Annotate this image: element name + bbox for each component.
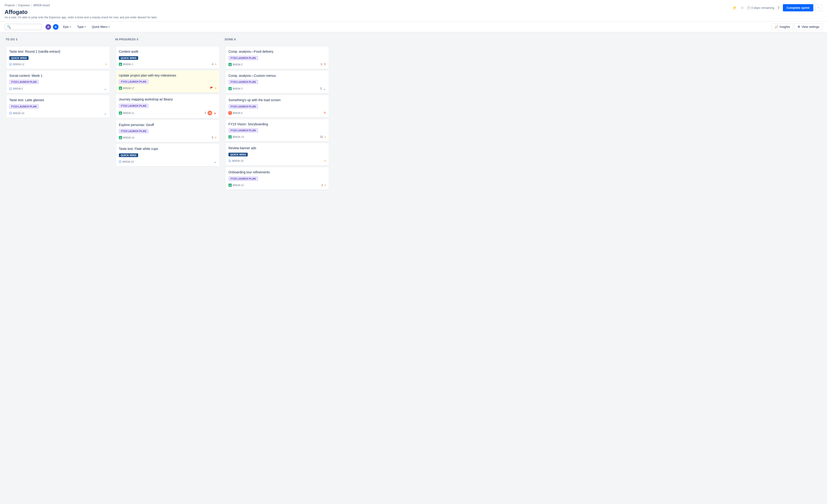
card-tag: FY23 LAUNCH PLAN	[229, 177, 258, 181]
card-footer: ▲BREW-105≡	[119, 136, 216, 139]
epic-filter-button[interactable]: Epic ▾	[61, 24, 73, 30]
card-footer: ✕BREW-4⇈	[229, 111, 326, 115]
priority-high-icon: ▲	[213, 111, 216, 115]
card-brew-10[interactable]: Explore personas: GeoffFY23 LAUNCH PLAN▲…	[116, 120, 219, 142]
type-filter-button[interactable]: Type ▾	[75, 24, 88, 30]
card-footer: ☑BREW-22⌄	[119, 160, 216, 164]
card-meta: ⇈	[324, 111, 326, 115]
priority-medium-icon: ≡	[324, 159, 326, 162]
search-box[interactable]: 🔍	[5, 24, 42, 30]
timer-area: 🕐 0 days remaining	[747, 6, 774, 9]
card-brew-20[interactable]: Review banner adsQUICK WINS☑BREW-20≡	[226, 143, 329, 165]
epic-filter-label: Epic	[63, 25, 69, 29]
card-title: Journey mapping workshop w/ Beanz	[119, 97, 216, 102]
card-id-area: ▲BREW-11	[119, 111, 135, 115]
card-brew-id: BREW-17	[123, 87, 135, 90]
check-icon: ☑	[119, 160, 121, 163]
avatar-group: A B	[45, 24, 59, 30]
column-header-todo: TO DO 3	[5, 36, 111, 43]
priority-medium-icon: ≡	[105, 63, 107, 66]
card-meta: 5JB▲	[204, 111, 216, 115]
card-id-area: ▲BREW-10	[119, 136, 135, 139]
expand-icon[interactable]: ⌄	[323, 87, 326, 91]
card-brew-5[interactable]: Social content: Week 1FY23 LAUNCH PLAN☑B…	[6, 71, 110, 94]
expand-icon[interactable]: ⌄	[104, 87, 107, 91]
card-tag: QUICK WINS	[119, 153, 138, 157]
card-id-area: ▲BREW-3	[229, 87, 243, 90]
card-brew-21[interactable]: Onboarding tour refinementsFY23 LAUNCH P…	[226, 167, 329, 190]
clock-icon: 🕐	[747, 6, 750, 9]
card-id-area: ☑BREW-20	[229, 159, 244, 163]
breadcrumb-espresso[interactable]: Espresso	[18, 4, 30, 7]
quick-filters-chevron-icon: ▾	[108, 26, 110, 28]
flag-icon: 🚩	[210, 87, 213, 90]
card-brew-22[interactable]: Taste test: Flate white cupsQUICK WINS☑B…	[116, 144, 219, 166]
story-icon: ▲	[229, 87, 232, 90]
card-brew-12[interactable]: Taste test: Round 1 (vanilla extract)QUI…	[6, 47, 110, 69]
check-icon: ☑	[9, 87, 12, 91]
card-footer: ☑BREW-12≡	[9, 63, 107, 66]
card-points: 10	[320, 135, 323, 139]
card-title: Something's up with the load screen	[229, 98, 326, 103]
lightning-button[interactable]: ⚡	[731, 5, 738, 11]
card-brew-23[interactable]: Taste test: Latte glassesFY23 LAUNCH PLA…	[6, 95, 110, 118]
card-points: 4	[212, 63, 213, 66]
expand-icon[interactable]: ⌄	[213, 160, 216, 164]
days-remaining: 0 days remaining	[751, 6, 774, 9]
star-button[interactable]: ☆	[740, 5, 745, 11]
card-footer: ▲BREW-17🚩≡	[119, 87, 216, 90]
card-brew-17[interactable]: Update project plan with key milestonesF…	[116, 70, 219, 93]
card-id-area: ▲BREW-14	[229, 135, 244, 139]
more-options-button[interactable]: ···	[815, 5, 822, 11]
search-input[interactable]	[11, 25, 40, 29]
card-tag: QUICK WINS	[119, 56, 138, 60]
priority-highest-icon: ⇈	[324, 111, 326, 115]
breadcrumb-projects[interactable]: Projects	[5, 4, 15, 7]
card-id-area: ☑BREW-22	[119, 160, 134, 163]
priority-medium-icon: ≡	[324, 184, 326, 187]
card-tag: QUICK WINS	[9, 56, 29, 60]
top-header: Projects / Espresso / BREW board Affogat…	[0, 0, 827, 21]
card-title: Taste test: Latte glasses	[9, 98, 107, 103]
card-tag: FY23 LAUNCH PLAN	[119, 129, 148, 133]
avatar-user-2[interactable]: B	[52, 24, 59, 30]
card-tag: FY23 LAUNCH PLAN	[229, 80, 258, 84]
insights-button[interactable]: 📈 Insights	[772, 23, 793, 30]
card-brew-4[interactable]: Something's up with the load screenFY23 …	[226, 95, 329, 117]
priority-medium-icon: ≡	[215, 136, 216, 139]
card-brew-id: BREW-3	[233, 87, 243, 90]
card-footer: ▲BREW-35⌄	[229, 87, 326, 91]
quick-filters-button[interactable]: Quick filters ▾	[90, 24, 111, 30]
card-brew-3[interactable]: Comp. analysis—Custom menusFY23 LAUNCH P…	[226, 71, 329, 94]
epic-chevron-icon: ▾	[70, 26, 71, 28]
card-meta: ⌄	[104, 111, 107, 115]
card-id-area: ▲BREW-2	[229, 63, 243, 66]
check-icon: ☑	[9, 111, 12, 115]
card-tag: QUICK WINS	[229, 153, 248, 156]
search-icon[interactable]: 🔍	[7, 25, 11, 29]
breadcrumb-brew-board[interactable]: BREW board	[34, 4, 50, 7]
card-brew-id: BREW-12	[13, 63, 25, 66]
quick-filters-label: Quick filters	[92, 25, 107, 29]
card-title: Review banner ads	[229, 146, 326, 151]
board: TO DO 3Taste test: Round 1 (vanilla extr…	[0, 32, 827, 499]
card-id-area: ☑BREW-5	[9, 87, 23, 91]
type-chevron-icon: ▾	[85, 26, 86, 28]
card-id-area: ▲BREW-21	[229, 184, 244, 187]
card-meta: 5≡	[212, 136, 216, 139]
view-settings-button[interactable]: ⚙ View settings	[794, 23, 822, 30]
complete-sprint-button[interactable]: Complete sprint	[783, 4, 813, 11]
card-brew-2[interactable]: Comp. analysis—Food deliveryFY23 LAUNCH …	[226, 47, 329, 69]
share-button[interactable]: ⇧	[776, 5, 781, 11]
card-brew-14[interactable]: FY23 Vision: StoryboardingFY23 LAUNCH PL…	[226, 119, 329, 142]
column-header-done: DONE 6	[224, 36, 331, 43]
card-brew-id: BREW-22	[123, 160, 134, 163]
card-brew-id: BREW-21	[233, 184, 244, 187]
avatar-user-1[interactable]: A	[45, 24, 52, 30]
card-brew-1[interactable]: Content auditQUICK WINS▲BREW-14≡	[116, 47, 219, 69]
card-brew-id: BREW-14	[233, 136, 244, 138]
card-meta: ⌄	[213, 160, 216, 164]
card-points: 5	[321, 63, 322, 66]
card-brew-11[interactable]: Journey mapping workshop w/ BeanzFY23 LA…	[116, 94, 219, 118]
expand-icon[interactable]: ⌄	[104, 111, 107, 115]
